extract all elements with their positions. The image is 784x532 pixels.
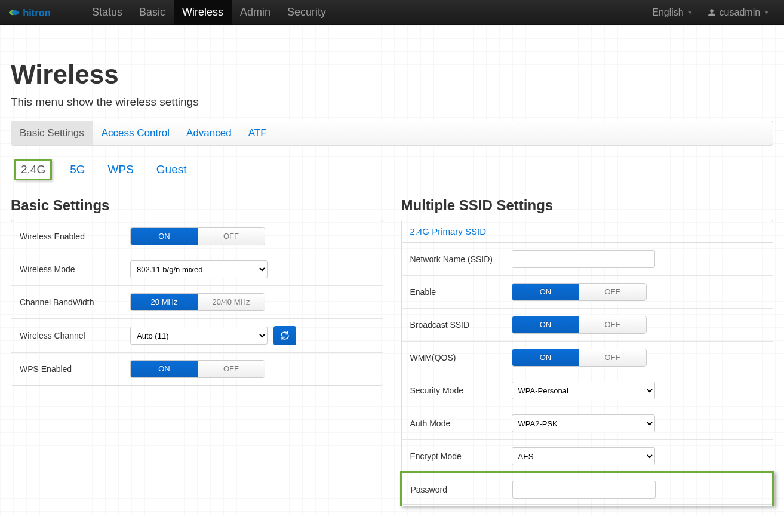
label-encrypt-mode: Encrypt Mode xyxy=(410,451,512,461)
toggle-off[interactable]: OFF xyxy=(579,349,646,366)
toggle-on[interactable]: ON xyxy=(131,361,198,377)
opt-20-40mhz[interactable]: 20/40 MHz xyxy=(198,294,265,310)
chevron-down-icon: ▼ xyxy=(764,9,770,16)
chevron-down-icon: ▼ xyxy=(687,9,693,16)
label-enable: Enable xyxy=(410,287,512,297)
brand-text: hitron xyxy=(23,7,51,17)
toggle-on[interactable]: ON xyxy=(512,349,579,366)
toggle-off[interactable]: OFF xyxy=(579,316,646,333)
label-wireless-mode: Wireless Mode xyxy=(20,265,130,274)
row-enable: Enable ON OFF xyxy=(402,276,773,309)
row-security-mode: Security Mode WPA-Personal xyxy=(402,374,773,407)
input-ssid[interactable] xyxy=(512,250,655,268)
label-channel-bandwidth: Channel BandWidth xyxy=(20,297,130,307)
row-wmm: WMM(QOS) ON OFF xyxy=(402,342,773,374)
label-broadcast: Broadcast SSID xyxy=(410,320,512,330)
refresh-button[interactable] xyxy=(273,326,296,345)
tab-2-4g[interactable]: 2.4G xyxy=(14,159,52,180)
user-icon xyxy=(708,8,716,17)
toggle-wireless-enabled[interactable]: ON OFF xyxy=(130,227,265,245)
tab-access-control[interactable]: Access Control xyxy=(93,121,178,145)
row-broadcast: Broadcast SSID ON OFF xyxy=(402,309,773,342)
row-encrypt-mode: Encrypt Mode AES xyxy=(402,440,773,473)
ssid-settings-title: Multiple SSID Settings xyxy=(401,197,774,214)
toggle-on[interactable]: ON xyxy=(512,284,579,300)
tab-advanced[interactable]: Advanced xyxy=(178,121,240,145)
row-wps-enabled: WPS Enabled ON OFF xyxy=(11,353,383,385)
toggle-channel-bandwidth[interactable]: 20 MHz 20/40 MHz xyxy=(130,293,265,311)
refresh-icon xyxy=(280,331,290,340)
toggle-off[interactable]: OFF xyxy=(579,284,646,300)
row-ssid: Network Name (SSID) xyxy=(402,243,773,276)
language-label: English xyxy=(652,7,683,18)
select-wireless-mode[interactable]: 802.11 b/g/n mixed xyxy=(130,260,268,278)
basic-settings-title: Basic Settings xyxy=(11,197,383,214)
nav-items: Status Basic Wireless Admin Security xyxy=(84,0,334,25)
row-wireless-mode: Wireless Mode 802.11 b/g/n mixed xyxy=(11,253,383,286)
label-wps-enabled: WPS Enabled xyxy=(20,364,130,374)
opt-20mhz[interactable]: 20 MHz xyxy=(131,294,198,310)
ssid-settings-panel: Network Name (SSID) Enable ON OFF xyxy=(401,242,774,505)
nav-basic[interactable]: Basic xyxy=(131,0,174,25)
user-dropdown[interactable]: cusadmin ▼ xyxy=(700,1,777,24)
label-security-mode: Security Mode xyxy=(410,386,512,395)
user-label: cusadmin xyxy=(720,7,760,18)
nav-admin[interactable]: Admin xyxy=(232,0,279,25)
row-auth-mode: Auth Mode WPA2-PSK xyxy=(402,407,773,440)
label-ssid: Network Name (SSID) xyxy=(410,254,512,264)
toggle-wmm[interactable]: ON OFF xyxy=(512,349,647,367)
tabs-primary: Basic Settings Access Control Advanced A… xyxy=(11,121,773,146)
basic-settings-panel: Wireless Enabled ON OFF Wireless Mode 80… xyxy=(11,220,383,386)
toggle-on[interactable]: ON xyxy=(512,316,579,333)
tab-5g[interactable]: 5G xyxy=(65,161,90,179)
label-password: Password xyxy=(411,485,512,494)
input-password[interactable] xyxy=(512,481,656,499)
row-wireless-enabled: Wireless Enabled ON OFF xyxy=(11,220,383,253)
page-subtitle: This menu show the wireless settings xyxy=(11,96,773,109)
label-wmm: WMM(QOS) xyxy=(410,353,512,362)
nav-wireless[interactable]: Wireless xyxy=(174,0,232,25)
toggle-off[interactable]: OFF xyxy=(198,361,265,377)
toggle-on[interactable]: ON xyxy=(131,228,198,245)
select-auth-mode[interactable]: WPA2-PSK xyxy=(512,414,655,432)
row-channel-bandwidth: Channel BandWidth 20 MHz 20/40 MHz xyxy=(11,286,383,319)
tab-guest[interactable]: Guest xyxy=(152,161,192,179)
brand-logo: hitron xyxy=(7,5,73,20)
label-auth-mode: Auth Mode xyxy=(410,419,512,428)
select-encrypt-mode[interactable]: AES xyxy=(512,447,655,465)
primary-ssid-link[interactable]: 2.4G Primary SSID xyxy=(401,220,774,242)
nav-security[interactable]: Security xyxy=(279,0,334,25)
toggle-wps-enabled[interactable]: ON OFF xyxy=(130,360,265,378)
toggle-off[interactable]: OFF xyxy=(198,228,265,245)
tabs-secondary: 2.4G 5G WPS Guest xyxy=(11,156,773,183)
nav-status[interactable]: Status xyxy=(84,0,131,25)
toggle-broadcast[interactable]: ON OFF xyxy=(512,316,647,334)
label-wireless-enabled: Wireless Enabled xyxy=(20,232,130,241)
top-navbar: hitron Status Basic Wireless Admin Secur… xyxy=(0,0,784,25)
tab-basic-settings[interactable]: Basic Settings xyxy=(11,121,93,145)
label-wireless-channel: Wireless Channel xyxy=(20,331,130,340)
toggle-enable[interactable]: ON OFF xyxy=(512,283,647,301)
select-security-mode[interactable]: WPA-Personal xyxy=(512,382,655,399)
tab-wps[interactable]: WPS xyxy=(103,161,139,179)
tab-atf[interactable]: ATF xyxy=(240,121,275,145)
row-wireless-channel: Wireless Channel Auto (11) xyxy=(11,319,383,353)
row-password: Password xyxy=(400,471,775,506)
page-title: Wireless xyxy=(11,60,773,90)
language-dropdown[interactable]: English ▼ xyxy=(645,1,700,24)
select-wireless-channel[interactable]: Auto (11) xyxy=(130,327,268,345)
